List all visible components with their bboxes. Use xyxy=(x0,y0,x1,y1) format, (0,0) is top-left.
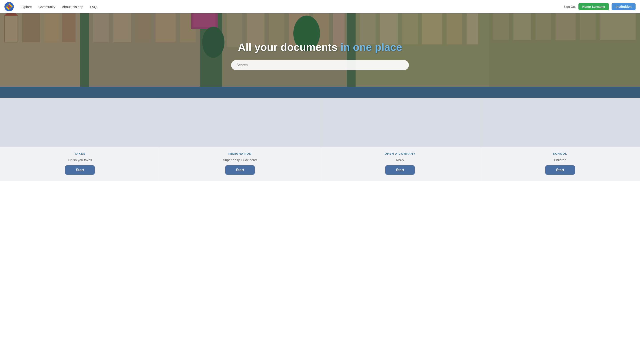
hero-title: All your documents in one place xyxy=(238,41,402,53)
svg-rect-74 xyxy=(0,13,640,98)
card-immigration-category: IMMIGRATION xyxy=(228,152,252,155)
card-open-company-body: OPEN A COMPANY Risky Start xyxy=(320,147,480,181)
hero-title-accent: in one place xyxy=(340,41,402,53)
card-school-category: SCHOOL xyxy=(553,152,567,155)
hero-title-main: All your documents xyxy=(238,41,340,53)
card-taxes: TAXES Finish you taxes Start xyxy=(0,98,160,181)
card-taxes-desc: Finish you taxes xyxy=(68,158,92,162)
card-school-image xyxy=(480,98,640,147)
card-taxes-image xyxy=(0,98,160,147)
navbar: Explore Community About this app FAQ Sig… xyxy=(0,0,640,13)
user-name-button[interactable]: Name Surname xyxy=(578,3,609,10)
cards-section: TAXES Finish you taxes Start IMMIGRATION… xyxy=(0,98,640,181)
nav-links: Explore Community About this app FAQ xyxy=(20,5,564,9)
card-taxes-category: TAXES xyxy=(74,152,86,155)
nav-community[interactable]: Community xyxy=(38,5,55,9)
hero-section: All your documents in one place xyxy=(0,13,640,98)
card-school-body: SCHOOL Children Start xyxy=(480,147,640,181)
nav-explore[interactable]: Explore xyxy=(20,5,32,9)
card-taxes-body: TAXES Finish you taxes Start xyxy=(0,147,160,181)
nav-about[interactable]: About this app xyxy=(62,5,83,9)
card-immigration-image xyxy=(160,98,320,147)
card-open-company: OPEN A COMPANY Risky Start xyxy=(320,98,480,181)
hero-background xyxy=(0,13,640,98)
card-open-company-image xyxy=(320,98,480,147)
card-school-start-button[interactable]: Start xyxy=(545,165,575,175)
nav-right: Sign Out Name Surname Instituition xyxy=(564,3,636,10)
search-input[interactable] xyxy=(231,60,409,70)
card-school-desc: Children xyxy=(554,158,566,162)
app-logo[interactable] xyxy=(4,2,14,11)
card-school: SCHOOL Children Start xyxy=(480,98,640,181)
card-taxes-start-button[interactable]: Start xyxy=(65,165,94,175)
sign-out-link[interactable]: Sign Out xyxy=(564,5,576,8)
card-open-company-start-button[interactable]: Start xyxy=(385,165,415,175)
card-immigration-body: IMMIGRATION Super easy. Click here! Star… xyxy=(160,147,320,181)
hero-search-bar xyxy=(231,60,409,70)
nav-faq[interactable]: FAQ xyxy=(90,5,97,9)
card-immigration-desc: Super easy. Click here! xyxy=(223,158,257,162)
card-immigration: IMMIGRATION Super easy. Click here! Star… xyxy=(160,98,320,181)
card-open-company-desc: Risky xyxy=(396,158,404,162)
card-immigration-start-button[interactable]: Start xyxy=(225,165,255,175)
institution-button[interactable]: Instituition xyxy=(612,3,636,10)
card-open-company-category: OPEN A COMPANY xyxy=(385,152,416,155)
